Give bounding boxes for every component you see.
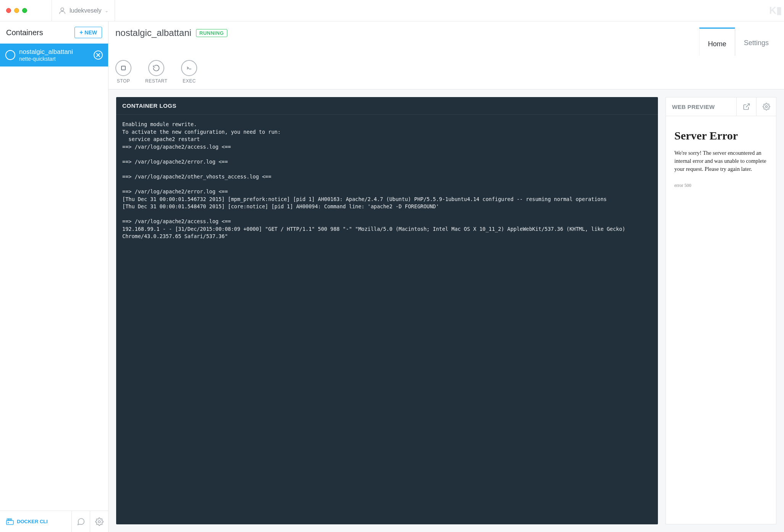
restart-button[interactable]: RESTART: [145, 60, 167, 84]
user-menu[interactable]: ludekvesely ⌄: [52, 0, 115, 21]
docker-cli-label: DOCKER CLI: [17, 519, 48, 524]
chat-icon: [77, 517, 85, 526]
web-preview-body[interactable]: Server Error We're sorry! The server enc…: [666, 116, 776, 524]
restart-icon: [152, 64, 160, 72]
container-item-name: nostalgic_albattani: [19, 48, 90, 56]
exec-button[interactable]: EXEC: [181, 60, 197, 84]
gear-icon: [95, 517, 104, 526]
titlebar: ludekvesely ⌄ K▮: [0, 0, 784, 21]
open-external-icon: [743, 103, 750, 110]
svg-rect-6: [121, 66, 125, 70]
container-logs-panel: CONTAINER LOGS Enabling module rewrite. …: [116, 97, 658, 524]
preview-error-code: error 500: [674, 183, 691, 188]
web-preview-title: WEB PREVIEW: [666, 98, 736, 115]
window-minimize-button[interactable]: [14, 8, 19, 13]
restart-label: RESTART: [145, 78, 167, 84]
new-container-button[interactable]: + NEW: [75, 27, 102, 38]
new-container-label: NEW: [84, 29, 97, 36]
plus-icon: +: [79, 29, 83, 36]
user-icon: [58, 6, 66, 15]
window-maximize-button[interactable]: [22, 8, 27, 13]
sidebar-item-container[interactable]: nostalgic_albattani nette-quickstart: [0, 44, 108, 66]
svg-point-7: [765, 106, 767, 108]
chevron-down-icon: ⌄: [105, 8, 109, 13]
tab-home[interactable]: Home: [699, 28, 735, 56]
svg-rect-4: [10, 519, 11, 520]
container-item-sub: nette-quickstart: [19, 56, 90, 62]
exec-label: EXEC: [183, 78, 196, 84]
container-status-ring-icon: [5, 50, 15, 60]
container-title: nostalgic_albattani: [115, 28, 191, 38]
gear-icon: [763, 103, 770, 110]
settings-button[interactable]: [90, 511, 108, 532]
exec-icon: [185, 64, 193, 72]
content-header: nostalgic_albattani RUNNING Home Setting…: [109, 21, 784, 89]
tab-settings[interactable]: Settings: [735, 28, 777, 55]
container-logs-body[interactable]: Enabling module rewrite. To activate the…: [116, 115, 658, 524]
brand-kitematic-icon: K▮: [769, 5, 784, 16]
terminal-icon: [6, 518, 14, 525]
preview-message: We're sorry! The server encountered an i…: [674, 149, 768, 173]
preview-settings-button[interactable]: [756, 97, 776, 116]
open-external-button[interactable]: [736, 97, 756, 116]
stop-label: STOP: [117, 78, 130, 84]
stop-button[interactable]: STOP: [115, 60, 131, 84]
window-controls: [0, 8, 33, 13]
svg-rect-1: [6, 520, 13, 524]
close-icon: [96, 53, 100, 57]
stop-icon: [120, 65, 126, 71]
sidebar-title: Containers: [6, 28, 43, 37]
docker-cli-button[interactable]: DOCKER CLI: [0, 511, 54, 532]
svg-point-0: [61, 8, 64, 11]
preview-heading: Server Error: [674, 129, 768, 142]
user-name: ludekvesely: [70, 7, 102, 14]
window-close-button[interactable]: [6, 8, 11, 13]
svg-rect-3: [9, 519, 10, 520]
feedback-button[interactable]: [71, 511, 90, 532]
sidebar: Containers + NEW nostalgic_albattani net…: [0, 21, 109, 532]
status-badge: RUNNING: [196, 29, 227, 37]
svg-rect-2: [7, 519, 8, 520]
remove-container-button[interactable]: [94, 50, 103, 60]
web-preview-panel: WEB PREVIEW Server Error We're sorry! Th…: [666, 97, 776, 524]
container-logs-title: CONTAINER LOGS: [116, 97, 658, 115]
svg-point-5: [98, 521, 100, 523]
